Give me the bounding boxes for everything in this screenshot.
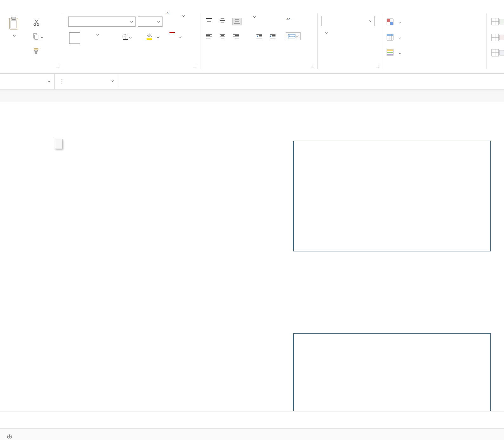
- wrap-text-button[interactable]: ↩: [286, 17, 290, 22]
- underline-button[interactable]: [96, 34, 99, 35]
- number-group-label: [319, 63, 381, 70]
- chevron-down-icon: [253, 15, 256, 18]
- orientation-button[interactable]: [253, 17, 255, 17]
- chevron-down-icon: [13, 34, 15, 37]
- styles-group-label: [382, 63, 486, 70]
- formula-grid-gap: [0, 90, 504, 92]
- dialog-launcher-icon[interactable]: [311, 65, 314, 68]
- name-box-splitter[interactable]: ⋮: [59, 78, 65, 85]
- align-top-button[interactable]: [206, 18, 213, 23]
- align-top-icon: [206, 18, 213, 23]
- font-color-swatch: [169, 32, 175, 33]
- merge-center-button[interactable]: [286, 32, 301, 40]
- name-box[interactable]: [0, 74, 55, 89]
- dialog-launcher-icon[interactable]: [193, 65, 196, 68]
- accounting-format-button[interactable]: [324, 32, 327, 33]
- accessibility-status[interactable]: [7, 434, 14, 439]
- paste-button[interactable]: [8, 17, 19, 36]
- format-cells-icon: [491, 49, 504, 57]
- conditional-formatting-icon: [387, 18, 394, 27]
- q2-progress-note-text: [94, 278, 504, 286]
- delete-cells-icon: [491, 34, 504, 41]
- sheet-grid: [0, 102, 504, 411]
- align-middle-icon: [219, 18, 226, 23]
- ribbon: ^: [0, 10, 504, 74]
- dialog-launcher-icon[interactable]: [56, 65, 59, 68]
- chevron-down-icon[interactable]: [111, 79, 114, 82]
- insert-cells-icon: [491, 18, 504, 25]
- clipboard-group-label: [0, 63, 60, 70]
- fill-color-icon: [146, 32, 152, 38]
- fill-color-button[interactable]: [146, 32, 152, 40]
- format-cells-button[interactable]: [491, 49, 504, 57]
- align-middle-button[interactable]: [219, 18, 226, 23]
- decrease-indent-button[interactable]: [256, 34, 263, 39]
- gridlines-tooltip: [55, 139, 63, 149]
- chevron-down-icon: [157, 20, 160, 22]
- decrease-indent-icon: [256, 34, 263, 39]
- fill-color-swatch: [147, 38, 152, 40]
- cut-button[interactable]: [33, 19, 40, 27]
- cut-icon: [33, 19, 40, 27]
- format-as-table-icon: [387, 34, 394, 42]
- align-center-button[interactable]: [219, 34, 226, 39]
- chart-calling-out-q3[interactable]: [293, 333, 491, 411]
- font-group-label: [63, 63, 198, 70]
- bold-button[interactable]: [69, 32, 80, 44]
- borders-button[interactable]: [122, 34, 131, 41]
- align-right-button[interactable]: [232, 34, 239, 39]
- sheet-tab-bar: [0, 411, 504, 428]
- alignment-group-label: [202, 63, 316, 70]
- copy-button[interactable]: [33, 33, 43, 41]
- dialog-launcher-icon[interactable]: [376, 65, 379, 68]
- align-right-icon: [232, 34, 239, 39]
- align-left-icon: [206, 34, 213, 39]
- font-size-combo[interactable]: [138, 17, 162, 27]
- cell-styles-button[interactable]: [387, 49, 401, 57]
- format-painter-icon: [33, 48, 39, 56]
- menu-bar: [0, 0, 504, 10]
- chevron-down-icon: [325, 31, 328, 34]
- font-color-button[interactable]: [169, 32, 175, 33]
- accessibility-icon: [7, 434, 12, 439]
- paste-icon: [8, 17, 19, 31]
- increase-indent-icon: [269, 34, 276, 39]
- formula-divider[interactable]: [118, 76, 118, 87]
- align-center-icon: [219, 34, 226, 39]
- chevron-down-icon: [399, 51, 401, 54]
- chart-calling-out-q2[interactable]: [293, 141, 491, 251]
- merge-center-icon: [288, 34, 295, 38]
- chevron-down-icon: [129, 36, 132, 38]
- align-left-button[interactable]: [206, 34, 213, 39]
- formula-bar: ⋮: [0, 74, 504, 90]
- increase-indent-button[interactable]: [269, 34, 276, 39]
- chevron-down-icon: [296, 34, 299, 37]
- format-painter-button[interactable]: [33, 48, 39, 56]
- increase-font-button[interactable]: ^: [166, 16, 169, 16]
- excel-window: ^: [0, 0, 504, 440]
- font-name-combo[interactable]: [68, 17, 136, 27]
- column-headers: [0, 92, 504, 102]
- insert-cells-button[interactable]: [491, 18, 504, 25]
- chevron-down-icon[interactable]: [157, 36, 159, 38]
- delete-cells-button[interactable]: [491, 34, 504, 41]
- chevron-down-icon: [399, 36, 401, 38]
- chevron-down-icon: [48, 80, 50, 82]
- chevron-down-icon: [41, 35, 43, 38]
- chevron-down-icon[interactable]: [179, 36, 182, 38]
- format-as-table-button[interactable]: [387, 34, 401, 42]
- chevron-down-icon: [130, 20, 133, 22]
- chevron-down-icon: [399, 21, 401, 23]
- number-format-combo[interactable]: [321, 16, 375, 26]
- chevron-down-icon: [369, 19, 372, 22]
- cell-styles-icon: [387, 49, 394, 57]
- status-bar: [0, 428, 504, 440]
- chevron-down-icon: [96, 33, 99, 36]
- conditional-formatting-button[interactable]: [387, 18, 401, 27]
- align-bottom-button[interactable]: [232, 18, 242, 25]
- copy-icon: [33, 33, 39, 41]
- align-bottom-icon: [234, 19, 241, 24]
- borders-icon: [122, 34, 129, 41]
